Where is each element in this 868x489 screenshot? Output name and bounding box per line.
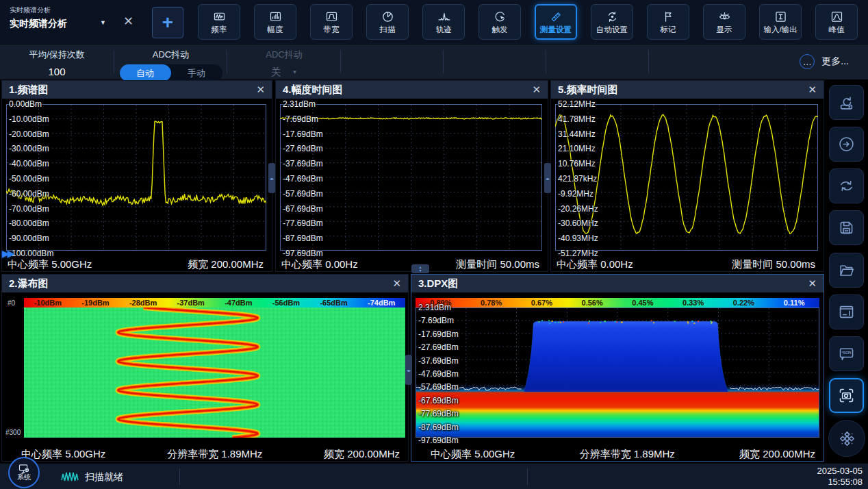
divider — [648, 50, 649, 73]
toolbar-button-marker[interactable]: 标记 — [647, 4, 689, 40]
peak-icon — [830, 10, 844, 24]
toolbar-button-measure-settings[interactable]: 测量设置 — [535, 4, 577, 40]
right-sidebar: *SCPI — [826, 80, 868, 462]
sidebar-button-scpi[interactable]: *SCPI — [829, 336, 864, 371]
timestamp: 2025-03-05 15:55:08 — [817, 466, 863, 488]
scale-tick-label: -65dBm — [310, 298, 358, 308]
divider — [443, 50, 444, 73]
close-icon[interactable]: ✕ — [532, 84, 541, 96]
adc-jitter-toggle[interactable]: 自动 手动 — [120, 64, 222, 82]
scale-tick-label: 0.89% — [416, 298, 466, 308]
toolbar-button-label: 峰值 — [829, 25, 845, 35]
system-gear-icon — [18, 464, 29, 473]
expand-panel-chevrons-icon[interactable]: ▶▶ — [2, 248, 13, 259]
sidebar-button-recall[interactable] — [829, 85, 864, 120]
toolbar-button-sweep[interactable]: 扫描 — [366, 4, 409, 40]
toolbar-button-frequency[interactable]: 频率 — [198, 4, 240, 40]
divider — [114, 50, 114, 73]
close-icon[interactable]: ✕ — [808, 277, 817, 290]
sidebar-button-navigate[interactable] — [828, 420, 865, 457]
panel-dpx: 3.DPX图 ✕ 0.89%0.78%0.67%0.56%0.45%0.33%0… — [411, 274, 824, 462]
scale-tick-label: -74dBm — [357, 298, 405, 308]
toolbar-button-trace[interactable]: 轨迹 — [422, 4, 465, 40]
measure-time-label: 测量时间 50.00ms — [456, 258, 539, 271]
close-icon[interactable]: ✕ — [808, 84, 817, 96]
dpx-color-scale: 0.89%0.78%0.67%0.56%0.45%0.33%0.22%0.11% — [416, 298, 819, 308]
dpx-plot: 2.31dBm-7.69dBm-17.69dBm-27.69dBm-37.69d… — [416, 308, 819, 440]
toolbar-button-bandwidth[interactable]: 带宽 — [310, 4, 353, 40]
display-icon — [717, 10, 732, 24]
sidebar-button-restart[interactable] — [829, 168, 864, 203]
system-button[interactable]: 系统 — [8, 457, 40, 488]
status-bar: 系统 扫描就绪 2025-03-05 15:55:08 — [0, 463, 868, 489]
panel-amplitude-time: 4.幅度时间图 ✕ 2.31dBm-7.69dBm-17.69dBm-27.69… — [275, 80, 548, 272]
tab-dropdown-caret-icon[interactable]: ▼ — [100, 19, 106, 26]
avg-hold-value[interactable]: 100 — [0, 66, 114, 77]
amplitude_time-trace — [280, 104, 542, 251]
scale-tick-label: -56dBm — [262, 298, 310, 308]
adc-jitter-cell: ADC抖动 自动 手动 — [114, 45, 227, 79]
toolbar-button-peak[interactable]: 峰值 — [815, 4, 858, 40]
scale-tick-label: -19dBm — [72, 298, 120, 308]
toolbar-button-input-output[interactable]: 输入/输出 — [759, 4, 802, 40]
adc-jitter-state-value[interactable]: 关▼ — [228, 66, 340, 79]
tab-title[interactable]: 实时频谱分析 — [10, 18, 67, 30]
rbw-label: 分辨率带宽 1.89MHz — [167, 448, 262, 461]
scale-tick-label: 0.22% — [719, 298, 769, 308]
more-button[interactable]: … 更多... — [800, 54, 849, 69]
add-tab-button[interactable]: + — [152, 7, 183, 38]
panel-title: 1.频谱图 — [9, 84, 49, 97]
splitter-handle-up-down-icon[interactable]: ▴▾ — [411, 264, 429, 273]
sidebar-button-screenshot[interactable] — [829, 378, 864, 413]
freq_time-trace — [555, 104, 818, 251]
screenshot-icon — [837, 386, 856, 405]
splitter-handle-left-right-icon[interactable]: ◂▸ — [544, 163, 551, 193]
sidebar-button-run[interactable] — [829, 127, 864, 162]
sweep-icon — [381, 10, 395, 24]
panel-header: 3.DPX图 ✕ — [411, 275, 824, 292]
scale-tick-label: 0.11% — [769, 298, 819, 308]
toolbar-button-amplitude[interactable]: 幅度 — [254, 4, 296, 40]
avg-hold-cell[interactable]: 平均/保持次数 100 — [0, 45, 114, 79]
sidebar-button-open-folder[interactable] — [829, 253, 864, 288]
toolbar-button-auto-settings[interactable]: 自动设置 — [591, 4, 633, 40]
divider — [340, 50, 341, 73]
adc-jitter-label: ADC抖动 — [114, 49, 227, 61]
adc-jitter-manual-option[interactable]: 手动 — [171, 64, 222, 82]
spectrum-analyzer-app: 实时频谱分析 实时频谱分析 ▼ ✕ + 频率幅度带宽扫描轨迹触发测量设置自动设置… — [0, 0, 868, 489]
adc-jitter-auto-option[interactable]: 自动 — [120, 64, 171, 82]
panel-waterfall: 2.瀑布图 ✕ -10dBm-19dBm-28dBm-37dBm-47dBm-5… — [1, 274, 409, 462]
scale-tick-label: -10dBm — [24, 298, 72, 308]
save-icon — [837, 218, 856, 237]
trace-icon — [437, 10, 451, 24]
span-label: 频宽 200.00MHz — [188, 258, 264, 271]
toolbar-button-label: 轨迹 — [436, 25, 452, 35]
panel-header: 4.幅度时间图 ✕ — [276, 81, 548, 99]
spectrum-plot: 0.00dBm-10.00dBm-20.00dBm-30.00dBm-40.00… — [6, 104, 266, 253]
scan-status: 扫描就绪 — [85, 471, 123, 484]
panel-title: 3.DPX图 — [418, 277, 458, 290]
close-icon[interactable]: ✕ — [392, 277, 401, 290]
splitter-handle-left-right-icon[interactable]: ◂▸ — [405, 355, 412, 385]
panel-title: 5.频率时间图 — [558, 84, 618, 97]
row-index-first: #0 — [8, 299, 15, 307]
freq-time-plot: 52.12MHz41.78MHz31.44MHz21.10MHz10.76MHz… — [555, 104, 818, 253]
input-output-icon — [774, 10, 788, 24]
scale-tick-label: 0.56% — [567, 298, 617, 308]
close-icon[interactable]: ✕ — [256, 84, 265, 96]
scale-tick-label: -37dBm — [167, 298, 215, 308]
panel-header: 5.频率时间图 ✕ — [551, 81, 824, 99]
splitter-handle-left-right-icon[interactable]: ◂▸ — [268, 163, 275, 193]
divider — [179, 468, 180, 485]
toolbar-button-label: 触发 — [492, 25, 508, 35]
tab-close-icon[interactable]: ✕ — [123, 14, 133, 29]
sidebar-button-save[interactable] — [829, 210, 864, 245]
sidebar-button-layout[interactable] — [829, 294, 864, 329]
panel-freq-time: 5.频率时间图 ✕ 52.12MHz41.78MHz31.44MHz21.10M… — [550, 80, 824, 272]
spectrum-trace — [6, 104, 266, 251]
divider — [527, 468, 528, 485]
adc-jitter-state-cell[interactable]: ADC抖动 关▼ — [228, 45, 340, 79]
toolbar-button-display[interactable]: 显示 — [703, 4, 745, 40]
toolbar-button-trigger[interactable]: 触发 — [478, 4, 521, 40]
dropdown-caret-icon: ▼ — [292, 69, 298, 75]
